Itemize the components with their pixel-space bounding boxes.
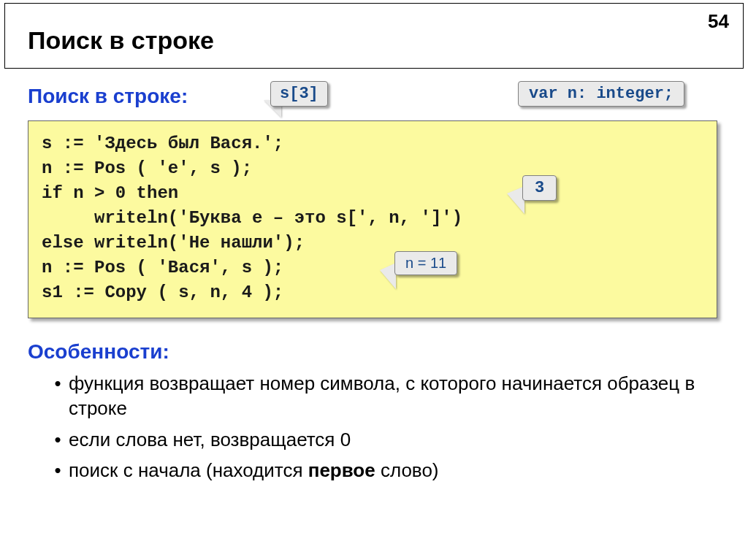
code-block: s := 'Здесь был Вася.'; n := Pos ( 'е', … — [28, 120, 717, 318]
text-fragment: слово) — [375, 459, 439, 481]
code-line: if n > 0 then — [42, 181, 703, 206]
code-line: s := 'Здесь был Вася.'; — [42, 131, 703, 156]
section-features-heading: Особенности: — [28, 340, 169, 364]
bullet-icon: • — [51, 427, 64, 452]
section-search-heading: Поиск в строке: — [28, 85, 188, 108]
callout-result-3: 3 — [522, 175, 557, 201]
list-item-text: функция возвращает номер символа, с кото… — [69, 371, 709, 421]
text-fragment: поиск с начала (находится — [69, 459, 308, 481]
feature-list: • функция возвращает номер символа, с ко… — [51, 371, 709, 488]
bullet-icon: • — [51, 371, 64, 396]
code-line: else writeln('Не нашли'); — [42, 231, 703, 256]
page-title: Поиск в строке — [28, 26, 214, 55]
callout-result-n11: n = 11 — [394, 251, 457, 275]
list-item: • если слова нет, возвращается 0 — [51, 427, 709, 452]
bullet-icon: • — [51, 458, 64, 483]
code-line: s1 := Copy ( s, n, 4 ); — [42, 280, 703, 305]
text-emphasis: первое — [308, 459, 375, 481]
code-line: n := Pos ( 'е', s ); — [42, 156, 703, 181]
list-item-text: поиск с начала (находится первое слово) — [69, 458, 439, 483]
callout-var-decl: var n: integer; — [518, 81, 684, 107]
code-line: writeln('Буква е – это s[', n, ']') — [42, 206, 703, 231]
callout-s3: s[3] — [270, 81, 328, 107]
list-item: • поиск с начала (находится первое слово… — [51, 458, 709, 483]
code-line: n := Pos ( 'Вася', s ); — [42, 256, 703, 280]
page-number: 54 — [708, 10, 729, 33]
list-item-text: если слова нет, возвращается 0 — [69, 427, 351, 452]
callout-tail-n11 — [380, 263, 396, 289]
list-item: • функция возвращает номер символа, с ко… — [51, 371, 709, 421]
